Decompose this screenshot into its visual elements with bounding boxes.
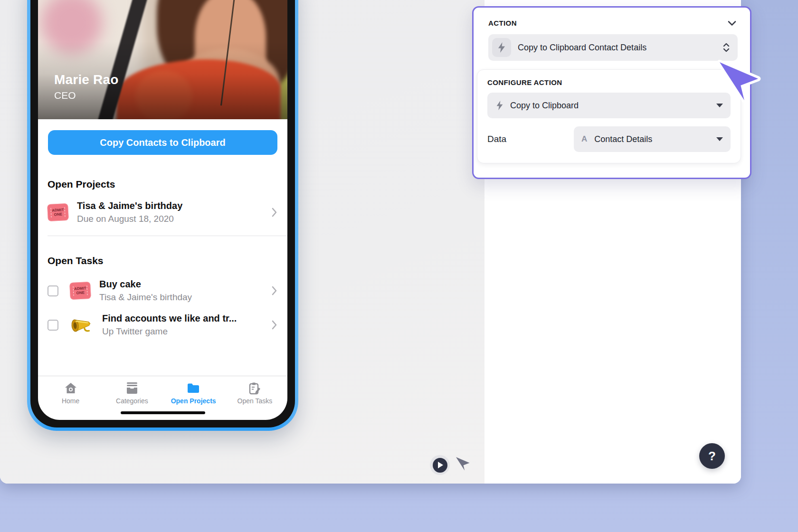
tab-categories[interactable]: Categories (101, 381, 162, 405)
tab-label: Open Tasks (238, 397, 273, 405)
list-divider (48, 236, 287, 236)
section-title-open-tasks: Open Tasks (48, 255, 278, 266)
help-button[interactable]: ? (699, 443, 725, 469)
lightning-icon (495, 100, 504, 111)
data-value-select[interactable]: A Contact Details (574, 126, 731, 152)
pointer-cursor-icon (454, 455, 472, 473)
home-icon (64, 381, 77, 395)
categories-icon (125, 381, 139, 395)
task-item-text: Find accounts we like and tr... Up Twitt… (102, 313, 267, 337)
profile-caption: Marie Rao CEO (54, 72, 119, 101)
task-item-text: Buy cake Tisa & Jaime's birthday (99, 279, 267, 303)
action-select-value: Copy to Clipboard Contact Details (518, 43, 719, 53)
tab-label: Home (62, 397, 79, 405)
task-item-subtitle: Tisa & Jaime's birthday (99, 292, 267, 303)
task-item-subtitle: Up Twitter game (102, 326, 267, 337)
data-value: Contact Details (594, 134, 712, 144)
folder-icon (186, 381, 200, 395)
lightning-icon (496, 42, 507, 53)
play-icon (438, 462, 443, 468)
action-select[interactable]: Copy to Clipboard Contact Details (488, 34, 738, 61)
play-button[interactable] (430, 455, 450, 475)
task-checkbox[interactable] (48, 285, 58, 296)
tab-open-tasks[interactable]: Open Tasks (224, 381, 285, 405)
chevron-right-icon (272, 286, 277, 295)
ticket-icon: ADMIT ONE (47, 203, 69, 221)
megaphone-icon (70, 314, 94, 335)
task-list-item[interactable]: ADMIT ONE Buy cake Tisa & Jaime's birthd… (48, 279, 277, 303)
action-config-panel: ACTION Copy to Clipboard Contact Details… (472, 6, 751, 179)
ticket-icon-text: ADMIT ONE (50, 207, 65, 218)
project-item-text: Tisa & Jaime's birthday Due on August 18… (77, 200, 267, 224)
chevron-down-icon[interactable] (727, 20, 737, 27)
tab-home[interactable]: Home (40, 381, 101, 405)
help-button-label: ? (708, 449, 716, 464)
data-field-label: Data (487, 134, 506, 144)
project-item-title: Tisa & Jaime's birthday (77, 200, 267, 211)
configure-action-title: CONFIGURE ACTION (487, 78, 731, 86)
configure-action-card: CONFIGURE ACTION Copy to Clipboard Data … (477, 69, 741, 163)
play-circle (433, 458, 447, 473)
lightning-badge (492, 38, 511, 57)
ticket-icon-text: ADMIT ONE (73, 285, 87, 296)
chevron-right-icon (272, 208, 277, 217)
text-type-icon: A (581, 134, 587, 144)
photo-gradient-overlay (38, 0, 287, 119)
home-indicator (121, 411, 205, 414)
tab-label: Open Projects (171, 397, 216, 405)
action-panel-title: ACTION (488, 19, 517, 27)
action-type-value: Copy to Clipboard (510, 101, 712, 111)
profile-name: Marie Rao (54, 72, 119, 87)
task-item-title: Buy cake (99, 279, 267, 290)
dropdown-arrow-icon (716, 137, 723, 141)
action-panel-header: ACTION (488, 19, 737, 27)
tutorial-cursor-icon (713, 55, 764, 106)
profile-role: CEO (54, 90, 119, 101)
action-type-select[interactable]: Copy to Clipboard (487, 93, 731, 118)
tab-bar: Home Categories Open Projects (38, 376, 287, 405)
project-item-subtitle: Due on August 18, 2020 (77, 214, 267, 224)
copy-contacts-button[interactable]: Copy Contacts to Clipboard (48, 130, 277, 155)
task-list-item[interactable]: Find accounts we like and tr... Up Twitt… (48, 313, 277, 337)
phone-bezel: Marie Rao CEO Copy Contacts to Clipboard… (30, 0, 295, 428)
section-title-open-projects: Open Projects (48, 179, 278, 190)
project-list-item[interactable]: ADMIT ONE Tisa & Jaime's birthday Due on… (48, 200, 277, 224)
task-item-title: Find accounts we like and tr... (102, 313, 267, 324)
profile-photo: Marie Rao CEO (38, 0, 287, 119)
phone-mockup: Marie Rao CEO Copy Contacts to Clipboard… (27, 0, 298, 431)
task-checkbox[interactable] (48, 320, 58, 331)
up-down-stepper-icon (722, 42, 730, 53)
data-field-row: Data A Contact Details (487, 126, 731, 152)
clipboard-pencil-icon (248, 381, 261, 395)
chevron-right-icon (272, 320, 277, 330)
tab-label: Categories (116, 397, 148, 405)
phone-screen: Marie Rao CEO Copy Contacts to Clipboard… (38, 0, 287, 420)
tab-open-projects[interactable]: Open Projects (163, 381, 224, 405)
ticket-icon: ADMIT ONE (69, 282, 91, 300)
